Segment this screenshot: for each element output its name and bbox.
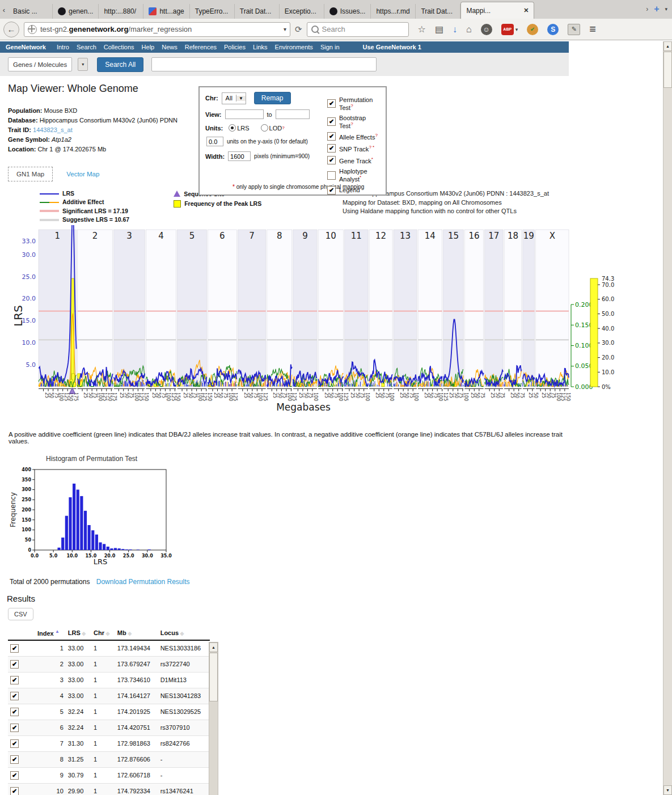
browser-tab-6[interactable]: Exceptio... [280, 4, 324, 19]
col-index[interactable]: Index ▲ [35, 626, 66, 640]
remap-button[interactable]: Remap [254, 92, 291, 104]
checkbox-icon[interactable] [327, 171, 336, 180]
checkbox-icon[interactable]: ✔ [327, 156, 336, 164]
table-row[interactable]: ✔731.301172.981863rs8242766 [8, 735, 210, 751]
feedback-icon[interactable]: ☺ [481, 24, 492, 35]
browser-search-input[interactable]: Search [307, 22, 409, 37]
units-radio-lod[interactable]: LOD? [261, 124, 285, 132]
tab-gn1-map[interactable]: GN1 Map [8, 167, 53, 181]
new-tab-button[interactable]: + [654, 4, 659, 14]
row-checkbox[interactable]: ✔ [10, 755, 19, 764]
units-radio-lrs[interactable]: LRS [229, 124, 249, 132]
browser-tab-10[interactable]: Mappi...✕ [460, 2, 534, 19]
tab-close-icon[interactable]: ✕ [523, 7, 529, 14]
bookmarks-panel-icon[interactable]: ▤ [435, 24, 443, 35]
category-caret-icon[interactable]: ▾ [78, 58, 88, 71]
back-button[interactable]: ← [3, 22, 19, 37]
bookmark-star-icon[interactable]: ☆ [418, 24, 426, 35]
browser-tab-3[interactable]: htt...age [143, 4, 189, 19]
row-checkbox[interactable]: ✔ [10, 724, 19, 732]
table-row[interactable]: ✔831.251172.876606- [8, 751, 210, 767]
checkbox-icon[interactable]: ✔ [327, 144, 336, 153]
url-text[interactable]: test-gn2.genenetwork.org/marker_regressi… [40, 25, 280, 33]
browser-tab-8[interactable]: https...r.md [371, 4, 416, 19]
page-scrollbar[interactable]: ▲ ▼ [663, 41, 672, 795]
col-lrs[interactable]: LRS ◆ [66, 626, 91, 640]
site-brand[interactable]: GeneNetwork [6, 44, 46, 50]
chromosome-select-caret-icon[interactable]: ▼ [236, 96, 246, 101]
sort-icon[interactable]: ◆ [104, 631, 109, 636]
table-row[interactable]: ✔133.001173.149434NES13033186 [8, 640, 210, 657]
browser-tab-7[interactable]: Issues... [324, 4, 371, 19]
checkbox-icon[interactable]: ✔ [327, 186, 336, 194]
csv-button[interactable]: CSV [8, 608, 33, 620]
nav-item-search[interactable]: Search [77, 44, 96, 50]
genome-lrs-chart[interactable]: 5.010.015.020.025.030.033.0LRS1234567891… [14, 225, 616, 415]
url-dropdown-icon[interactable]: ▾ [284, 26, 286, 32]
width-input[interactable] [228, 151, 251, 161]
sort-icon[interactable]: ▲ [54, 629, 60, 634]
option-snp-track[interactable]: ✔SNP Track? * [327, 144, 381, 153]
table-row[interactable]: ✔930.791172.606718- [8, 767, 210, 783]
reload-icon[interactable]: ⟳ [295, 24, 302, 35]
info-value[interactable]: 1443823_s_at [33, 126, 73, 133]
adblock-icon[interactable]: ABP [501, 24, 514, 35]
sort-icon[interactable]: ◆ [179, 631, 184, 636]
adblock-caret-icon[interactable]: ▾ [515, 27, 518, 32]
table-row[interactable]: ✔233.001173.679247rs3722740 [8, 656, 210, 672]
browser-tab-0[interactable]: Basic ... [8, 4, 53, 19]
table-row[interactable]: ✔532.241174.201925NES13029525 [8, 704, 210, 720]
browser-tab-2[interactable]: http:...880/ [99, 4, 143, 19]
row-checkbox[interactable]: ✔ [10, 771, 19, 780]
nav-item-intro[interactable]: Intro [57, 44, 69, 50]
sort-icon[interactable]: ◆ [126, 631, 132, 636]
search-category-select[interactable]: Genes / Molecules [8, 57, 72, 71]
checkbox-icon[interactable]: ✔ [327, 99, 336, 108]
table-row[interactable]: ✔433.001174.164127NES13041283 [8, 688, 210, 704]
row-checkbox[interactable]: ✔ [10, 644, 19, 653]
search-all-button[interactable]: Search All [97, 57, 143, 72]
sort-icon[interactable]: ◆ [81, 631, 86, 636]
table-scroll-thumb[interactable] [209, 653, 218, 701]
nav-item-sign-in[interactable]: Sign in [320, 44, 340, 50]
col-locus[interactable]: Locus ◆ [158, 626, 210, 640]
row-checkbox[interactable]: ✔ [10, 708, 19, 716]
checkbox-icon[interactable]: ✔ [327, 117, 336, 126]
col-chr[interactable]: Chr ◆ [91, 626, 115, 640]
table-scroll-up-icon[interactable]: ▲ [209, 642, 218, 652]
nav-item-links[interactable]: Links [253, 44, 268, 50]
yaxis-units-input[interactable] [206, 137, 223, 146]
use-genenetwork1-link[interactable]: Use GeneNetwork 1 [363, 44, 421, 50]
page-scroll-thumb[interactable] [663, 52, 672, 88]
option-legend[interactable]: ✔Legend [327, 186, 381, 194]
view-to-input[interactable] [276, 109, 310, 119]
table-row[interactable]: ✔1029.901174.792334rs13476241 [8, 783, 210, 795]
nav-item-policies[interactable]: Policies [224, 44, 246, 50]
option-allele-effects[interactable]: ✔Allele Effects? [327, 132, 381, 141]
tab-scroll-left-icon[interactable]: ‹ [0, 6, 8, 19]
checkbox-icon[interactable]: ✔ [327, 132, 336, 141]
url-bar[interactable]: test-gn2.genenetwork.org/marker_regressi… [24, 22, 290, 37]
home-icon[interactable]: ⌂ [466, 24, 472, 35]
download-permutation-link[interactable]: Download Permutation Results [96, 578, 190, 586]
view-from-input[interactable] [225, 109, 264, 119]
tab-list-caret-icon[interactable]: ▾ [665, 6, 667, 12]
skype-icon[interactable]: S [547, 24, 559, 35]
row-checkbox[interactable]: ✔ [10, 660, 19, 669]
table-row[interactable]: ✔333.001173.734610D1Mit113 [8, 672, 210, 688]
option-gene-track[interactable]: ✔Gene Track* [327, 156, 381, 164]
site-identity-icon[interactable] [28, 25, 37, 34]
option-permutation-test[interactable]: ✔Permutation Test? [327, 96, 381, 111]
chromosome-select[interactable]: All ▼ [222, 92, 246, 104]
page-scroll-down-icon[interactable]: ▼ [663, 785, 672, 795]
row-checkbox[interactable]: ✔ [10, 692, 19, 700]
browser-tab-4[interactable]: TypeErro... [190, 4, 235, 19]
row-checkbox[interactable]: ✔ [10, 739, 19, 748]
site-search-input[interactable] [151, 57, 377, 71]
tab-scroll-right-icon[interactable]: › [646, 5, 648, 13]
browser-tab-9[interactable]: Trait Dat... [416, 4, 460, 19]
col-mb[interactable]: Mb ◆ [115, 626, 158, 640]
browser-tab-1[interactable]: genen... [53, 4, 99, 19]
row-checkbox[interactable]: ✔ [10, 787, 19, 795]
row-checkbox[interactable]: ✔ [10, 676, 19, 684]
